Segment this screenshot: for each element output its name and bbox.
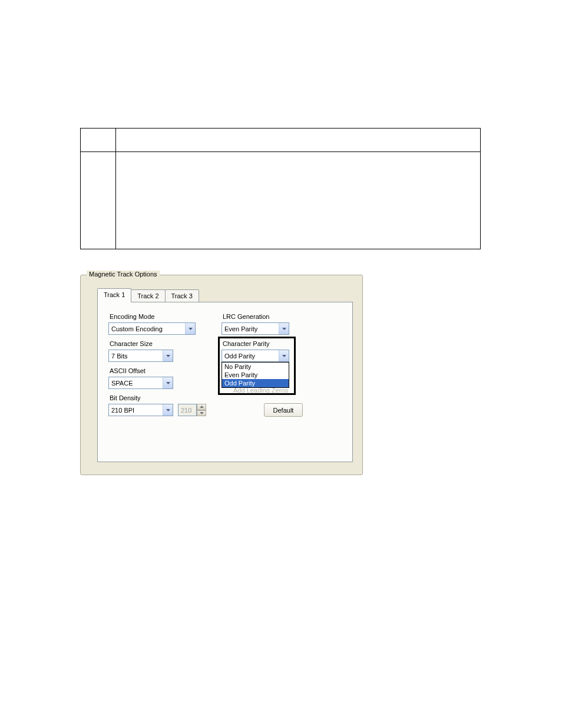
- svg-marker-1: [166, 355, 170, 357]
- svg-marker-5: [200, 412, 204, 414]
- spin-down-icon[interactable]: [197, 410, 206, 417]
- chevron-down-icon: [163, 377, 173, 388]
- chevron-down-icon: [279, 323, 289, 334]
- svg-marker-0: [189, 328, 193, 330]
- default-button[interactable]: Default: [264, 403, 303, 417]
- magnetic-track-options-group: Magnetic Track Options Track 1 Track 2 T…: [80, 275, 363, 475]
- groupbox-title: Magnetic Track Options: [87, 271, 160, 278]
- ascii-offset-value: SPACE: [109, 380, 163, 387]
- lrc-generation-label: LRC Generation: [223, 313, 270, 320]
- encoding-mode-select[interactable]: Custom Encoding: [108, 322, 196, 335]
- svg-marker-4: [200, 406, 204, 408]
- svg-marker-6: [282, 328, 286, 330]
- default-button-label: Default: [273, 407, 294, 414]
- tab-track-3[interactable]: Track 3: [165, 289, 199, 302]
- chevron-down-icon: [279, 350, 289, 361]
- character-parity-select[interactable]: Odd Parity: [222, 350, 289, 362]
- encoding-mode-value: Custom Encoding: [109, 325, 185, 332]
- svg-marker-7: [282, 355, 286, 357]
- track-tabs: Track 1 Track 2 Track 3: [97, 288, 199, 302]
- tab-track-1[interactable]: Track 1: [97, 288, 131, 302]
- info-table: [80, 128, 481, 249]
- lrc-generation-value: Even Parity: [222, 325, 279, 332]
- bit-density-custom-spinner: 210: [178, 404, 206, 416]
- character-parity-dropdown[interactable]: No Parity Even Parity Odd Parity: [222, 362, 289, 388]
- chevron-down-icon: [163, 404, 173, 416]
- tab-track-2[interactable]: Track 2: [131, 289, 165, 302]
- track-1-panel: Encoding Mode Custom Encoding Character …: [97, 302, 353, 462]
- character-parity-label: Character Parity: [223, 340, 269, 347]
- bit-density-select[interactable]: 210 BPI: [108, 404, 173, 416]
- lrc-generation-select[interactable]: Even Parity: [222, 322, 289, 335]
- character-size-select[interactable]: 7 Bits: [108, 350, 173, 362]
- ascii-offset-select[interactable]: SPACE: [108, 377, 173, 389]
- ascii-offset-label: ASCII Offset: [110, 367, 146, 374]
- parity-option-no-parity[interactable]: No Parity: [222, 363, 289, 371]
- bit-density-custom-value: 210: [178, 404, 197, 416]
- parity-option-odd-parity[interactable]: Odd Parity: [222, 379, 289, 387]
- bit-density-value: 210 BPI: [109, 407, 163, 414]
- chevron-down-icon: [163, 350, 173, 361]
- bit-density-label: Bit Density: [110, 394, 141, 401]
- encoding-mode-label: Encoding Mode: [110, 313, 154, 320]
- character-size-label: Character Size: [110, 340, 153, 347]
- character-size-value: 7 Bits: [109, 353, 163, 360]
- character-parity-value: Odd Parity: [222, 353, 279, 360]
- parity-option-even-parity[interactable]: Even Parity: [222, 371, 289, 379]
- spin-up-icon[interactable]: [197, 404, 206, 410]
- chevron-down-icon: [185, 323, 195, 334]
- svg-marker-2: [166, 382, 170, 384]
- svg-marker-3: [166, 409, 170, 411]
